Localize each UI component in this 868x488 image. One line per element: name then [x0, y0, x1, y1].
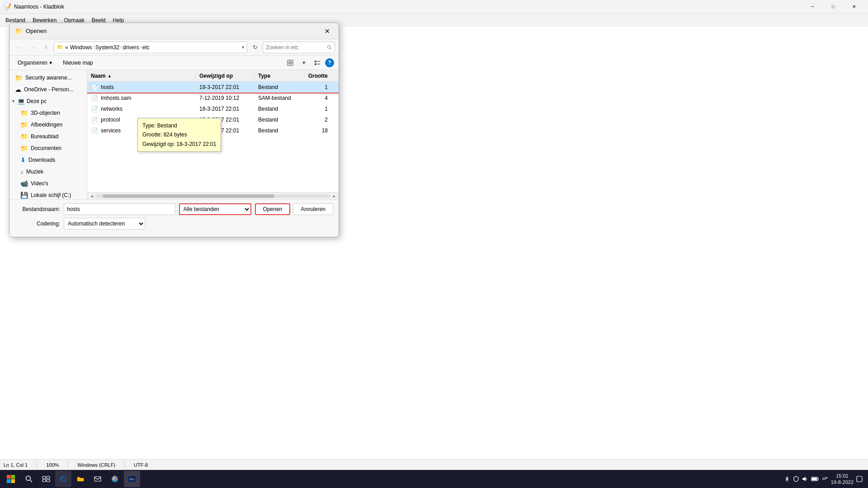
- dialog-title-area: 📁 Openen: [15, 28, 47, 34]
- svg-rect-3: [11, 479, 15, 483]
- bluetooth-icon: [784, 476, 790, 482]
- breadcrumb-sep-2: ›: [120, 45, 122, 50]
- scrollbar-track[interactable]: [95, 194, 330, 198]
- sidebar-music-icon: ♪: [20, 168, 24, 175]
- file-type-cell: Bestand: [255, 127, 304, 134]
- notepad-statusbar: Ln 1, Col 1 100% Windows (CRLF) UTF-8: [0, 459, 868, 470]
- table-row[interactable]: 📄 lmhosts.sam 7-12-2019 10:12 SAM-bestan…: [87, 93, 339, 103]
- svg-rect-1: [11, 475, 15, 479]
- address-bar[interactable]: 📁 « Windows › System32 › drivers › etc ▾: [54, 42, 247, 53]
- open-button[interactable]: Openen: [255, 203, 291, 215]
- col-header-type[interactable]: Type: [255, 73, 304, 79]
- dialog-title-text: Openen: [26, 28, 47, 34]
- breadcrumb-drivers[interactable]: drivers: [123, 44, 139, 51]
- file-icon-services: 📄: [91, 127, 98, 134]
- file-size-cell: 1: [304, 84, 331, 90]
- forward-button[interactable]: →: [27, 42, 38, 53]
- back-button[interactable]: ←: [13, 42, 25, 53]
- search-box[interactable]: [263, 42, 335, 53]
- dialog-close-button[interactable]: ✕: [321, 25, 333, 37]
- sidebar-item-downloads[interactable]: ⬇ Downloads: [9, 154, 87, 166]
- svg-rect-16: [802, 478, 804, 480]
- sidebar-item-security[interactable]: 📁 Security awarene...: [9, 72, 87, 84]
- search-input[interactable]: [266, 44, 325, 51]
- sidebar-item-afbeeldingen[interactable]: 📁 Afbeeldingen: [9, 119, 87, 131]
- breadcrumb-sep-1: ›: [93, 45, 94, 50]
- cancel-button[interactable]: Annuleren: [293, 203, 333, 215]
- help-button[interactable]: ?: [325, 58, 334, 67]
- taskbar-mail[interactable]: [90, 471, 106, 487]
- address-dropdown-icon[interactable]: ▾: [242, 45, 244, 50]
- file-name-cell: 📄 hosts: [87, 84, 196, 91]
- taskbar-chrome[interactable]: [107, 471, 123, 487]
- minimize-button[interactable]: ─: [802, 0, 823, 14]
- col-header-modified[interactable]: Gewijzigd op: [196, 73, 255, 79]
- taskbar-search[interactable]: [21, 471, 37, 487]
- file-icon-hosts: 📄: [91, 84, 98, 91]
- horizontal-scrollbar[interactable]: ◂ ▸: [87, 192, 339, 199]
- taskbar-edge[interactable]: [55, 471, 71, 487]
- view-toggle-button[interactable]: [284, 57, 296, 69]
- file-name-cell: 📄 lmhosts.sam: [87, 95, 196, 102]
- view-details-button[interactable]: [311, 57, 323, 69]
- sidebar-item-local-disk[interactable]: 💾 Lokale schijf (C:): [9, 189, 87, 199]
- filename-input[interactable]: [64, 203, 175, 215]
- sidebar-folder-icon-3d: 📁: [20, 109, 28, 117]
- table-row[interactable]: 📄 networks 18-3-2017 22:01 Bestand 1: [87, 103, 339, 114]
- col-header-name[interactable]: Naam ▲: [87, 73, 196, 79]
- view-list-button[interactable]: ▾: [298, 57, 310, 69]
- table-row[interactable]: 📄 protocol 18-3-2017 22:01 Bestand 2: [87, 114, 339, 125]
- maximize-button[interactable]: □: [823, 0, 844, 14]
- breadcrumb-windows-text[interactable]: Windows: [70, 44, 92, 51]
- file-size-cell: 2: [304, 117, 331, 123]
- notification-icon[interactable]: [856, 476, 863, 482]
- sidebar-folder-icon-security: 📁: [15, 74, 23, 81]
- sidebar-deze-pc-header[interactable]: ▼ 💻 Deze pc: [9, 95, 87, 107]
- scrollbar-thumb[interactable]: [103, 194, 274, 198]
- open-file-dialog: 📁 Openen ✕ ← → ↑ 📁 « Windows › System32 …: [9, 23, 339, 237]
- taskbar-powershell[interactable]: PS>: [124, 471, 140, 487]
- svg-rect-25: [288, 63, 290, 66]
- breadcrumb-etc[interactable]: etc: [142, 44, 150, 51]
- file-list-header: Naam ▲ Gewijzigd op Type Grootte: [87, 70, 339, 82]
- taskbar-taskview[interactable]: [38, 471, 54, 487]
- sidebar-item-3d-objecten[interactable]: 📁 3D-objecten: [9, 107, 87, 119]
- taskbar-clock[interactable]: 15:01 19-8-2022: [831, 473, 854, 486]
- start-button[interactable]: [2, 471, 20, 487]
- breadcrumb-system32[interactable]: System32: [95, 44, 119, 51]
- close-button[interactable]: ✕: [844, 0, 864, 14]
- svg-rect-30: [317, 64, 320, 65]
- svg-point-4: [26, 476, 31, 481]
- new-folder-button[interactable]: Nieuwe map: [59, 57, 97, 68]
- status-sep-3: [124, 462, 125, 468]
- filetype-select[interactable]: Alle bestanden: [179, 203, 251, 215]
- scroll-left-button[interactable]: ◂: [88, 192, 95, 200]
- sidebar-item-videos[interactable]: 📹 Video's: [9, 178, 87, 189]
- organize-button[interactable]: Organiseren ▾: [14, 57, 56, 68]
- svg-rect-8: [42, 479, 46, 482]
- dialog-bottom: Bestandsnaam: Alle bestanden Openen Annu…: [9, 199, 339, 237]
- sidebar-item-documenten[interactable]: 📁 Documenten: [9, 142, 87, 154]
- status-line-endings: Windows (CRLF): [77, 462, 115, 468]
- table-row[interactable]: 📄 services 18-3-2017 22:01 Bestand 18: [87, 125, 339, 136]
- action-right: ▾ ?: [284, 57, 334, 69]
- sidebar-item-bureaublad[interactable]: 📁 Bureaublad: [9, 131, 87, 142]
- sidebar-item-onedrive[interactable]: ☁ OneDrive - Person...: [9, 84, 87, 95]
- up-button[interactable]: ↑: [40, 42, 52, 53]
- breadcrumb: « Windows › System32 › drivers › etc: [65, 44, 150, 51]
- scroll-right-button[interactable]: ▸: [330, 192, 338, 200]
- breadcrumb-sep-3: ›: [140, 45, 141, 50]
- taskbar-explorer[interactable]: [72, 471, 89, 487]
- sidebar-item-muziek[interactable]: ♪ Muziek: [9, 166, 87, 178]
- network-icon: [822, 476, 828, 482]
- refresh-button[interactable]: ↻: [249, 42, 261, 53]
- file-size-cell: 1: [304, 106, 331, 112]
- status-sep-2: [68, 462, 68, 468]
- col-header-size[interactable]: Grootte: [304, 73, 331, 79]
- coding-select[interactable]: Automatisch detecteren: [64, 218, 145, 230]
- svg-rect-9: [47, 479, 50, 482]
- dialog-folder-icon: 📁: [15, 28, 22, 34]
- table-row[interactable]: 📄 hosts 18-3-2017 22:01 Bestand 1: [87, 82, 339, 93]
- coding-row: Codering: Automatisch detecteren: [15, 218, 333, 230]
- svg-rect-0: [7, 475, 11, 479]
